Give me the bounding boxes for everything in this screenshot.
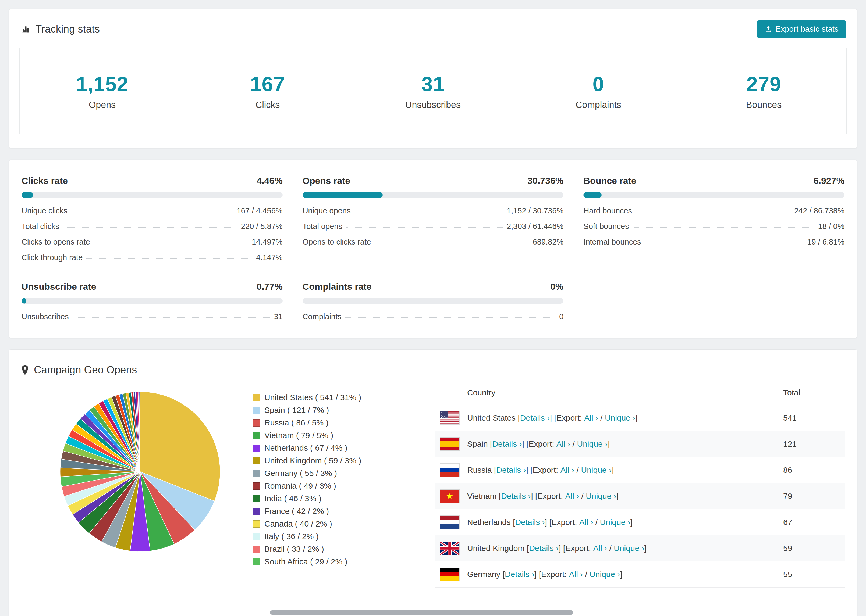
rate-detail-value: 18 / 0%	[818, 222, 844, 231]
legend-swatch	[253, 508, 260, 515]
legend-label: Canada ( 40 / 2% )	[265, 519, 332, 528]
horizontal-scrollbar-thumb[interactable]	[270, 610, 573, 614]
export-unique-link[interactable]: Unique ›	[581, 465, 611, 475]
details-link[interactable]: Details ›	[496, 465, 526, 475]
legend-item[interactable]: Italy ( 36 / 2% )	[253, 532, 403, 541]
stat-value: 1,152	[76, 72, 128, 96]
stat-clicks: 167 Clicks	[185, 48, 350, 134]
summary-stats-row: 1,152 Opens 167 Clicks 31 Unsubscribes 0…	[19, 48, 847, 134]
rate-detail-row: Clicks to opens rate14.497%	[22, 237, 283, 247]
export-icon	[765, 25, 772, 33]
rate-detail-row: Soft bounces18 / 0%	[583, 222, 844, 231]
legend-swatch	[253, 482, 260, 490]
dotted-leader	[94, 243, 248, 243]
rate-detail-value: 14.497%	[252, 237, 283, 247]
details-link[interactable]: Details ›	[529, 544, 559, 553]
legend-item[interactable]: United States ( 541 / 31% )	[253, 393, 403, 402]
rates-card: Clicks rate 4.46% Unique clicks167 / 4.4…	[9, 160, 857, 338]
legend-label: Spain ( 121 / 7% )	[265, 405, 329, 415]
legend-item[interactable]: South Africa ( 29 / 2% )	[253, 557, 403, 566]
legend-item[interactable]: Russia ( 86 / 5% )	[253, 418, 403, 427]
dotted-leader	[86, 258, 252, 259]
geo-table-header: Country Total	[435, 388, 845, 405]
export-all-link[interactable]: All ›	[569, 570, 583, 579]
export-unique-link[interactable]: Unique ›	[614, 544, 644, 553]
dotted-leader	[345, 317, 555, 318]
export-all-link[interactable]: All ›	[584, 413, 598, 423]
rate-title: Clicks rate	[22, 176, 68, 186]
progress-track	[302, 192, 564, 198]
dotted-leader	[354, 212, 503, 212]
legend-item[interactable]: Vietnam ( 79 / 5% )	[253, 431, 403, 440]
legend-swatch	[253, 432, 260, 439]
details-link[interactable]: Details ›	[492, 439, 522, 449]
export-all-link[interactable]: All ›	[579, 518, 593, 527]
legend-item[interactable]: Netherlands ( 67 / 4% )	[253, 443, 403, 453]
progress-fill	[302, 192, 383, 198]
export-unique-link[interactable]: Unique ›	[605, 413, 635, 423]
legend-item[interactable]: United Kingdom ( 59 / 3% )	[253, 456, 403, 465]
export-unique-link[interactable]: Unique ›	[577, 439, 608, 449]
stat-label: Clicks	[255, 99, 280, 110]
rate-title: Unsubscribe rate	[22, 281, 96, 292]
export-all-link[interactable]: All ›	[556, 439, 570, 449]
rate-detail-label: Unique opens	[302, 206, 351, 215]
rate-section-bounce: Bounce rate 6.927% Hard bounces242 / 86.…	[583, 176, 844, 262]
details-link[interactable]: Details ›	[505, 570, 534, 579]
geo-table-body: United States [Details ›] [Export: All ›…	[435, 405, 845, 588]
rate-detail-row: Total clicks220 / 5.87%	[22, 222, 283, 231]
rate-detail-row: Click through rate4.147%	[22, 253, 283, 262]
stat-unsubscribes: 31 Unsubscribes	[350, 48, 516, 134]
legend-item[interactable]: Brazil ( 33 / 2% )	[253, 545, 403, 554]
rate-rows: Complaints0	[302, 312, 564, 321]
export-all-link[interactable]: All ›	[593, 544, 607, 553]
stat-complaints: 0 Complaints	[516, 48, 681, 134]
rate-rows: Unique opens1,152 / 30.736%Total opens2,…	[302, 206, 564, 247]
legend-swatch	[253, 445, 260, 452]
stat-label: Opens	[89, 99, 116, 110]
rate-value: 4.46%	[257, 176, 282, 186]
legend-item[interactable]: India ( 46 / 3% )	[253, 494, 403, 503]
rate-detail-row: Unique opens1,152 / 30.736%	[302, 206, 564, 215]
geo-table-row: United Kingdom [Details ›] [Export: All …	[435, 535, 845, 561]
dotted-leader	[346, 227, 503, 228]
legend-item[interactable]: France ( 42 / 2% )	[253, 507, 403, 516]
rate-rows: Hard bounces242 / 86.738%Soft bounces18 …	[583, 206, 844, 247]
legend-item[interactable]: Spain ( 121 / 7% )	[253, 405, 403, 415]
country-name: Vietnam	[467, 492, 497, 501]
dotted-leader	[375, 243, 529, 243]
export-unique-link[interactable]: Unique ›	[589, 570, 620, 579]
rate-rows: Unsubscribes31	[22, 312, 283, 321]
dotted-leader	[63, 227, 237, 228]
export-unique-link[interactable]: Unique ›	[586, 492, 616, 501]
progress-fill	[22, 192, 33, 198]
legend-item[interactable]: Romania ( 49 / 3% )	[253, 481, 403, 490]
stat-value: 31	[422, 72, 445, 96]
legend-item[interactable]: Canada ( 40 / 2% )	[253, 519, 403, 528]
stat-value: 167	[250, 72, 285, 96]
bar-chart-icon	[21, 24, 31, 34]
export-basic-stats-button[interactable]: Export basic stats	[757, 20, 846, 38]
rate-section-opens: Opens rate 30.736% Unique opens1,152 / 3…	[302, 176, 564, 262]
rate-detail-value: 4.147%	[256, 253, 282, 262]
country-total: 541	[783, 413, 845, 423]
legend-label: Brazil ( 33 / 2% )	[265, 545, 324, 554]
progress-track	[583, 192, 844, 198]
legend-item[interactable]: Germany ( 55 / 3% )	[253, 469, 403, 478]
progress-fill	[22, 298, 26, 304]
export-all-link[interactable]: All ›	[561, 465, 575, 475]
flag-icon-ru	[440, 464, 459, 476]
progress-track	[302, 298, 564, 304]
details-link[interactable]: Details ›	[501, 492, 531, 501]
export-all-link[interactable]: All ›	[565, 492, 579, 501]
details-link[interactable]: Details ›	[515, 518, 545, 527]
rate-detail-value: 19 / 6.81%	[807, 237, 844, 247]
details-link[interactable]: Details ›	[520, 413, 550, 423]
rate-detail-label: Complaints	[302, 312, 342, 321]
rate-detail-row: Complaints0	[302, 312, 564, 321]
export-unique-link[interactable]: Unique ›	[600, 518, 630, 527]
country-total: 67	[783, 518, 845, 527]
rate-detail-label: Unique clicks	[22, 206, 68, 215]
dotted-leader	[633, 227, 814, 228]
country-total: 59	[783, 544, 845, 553]
